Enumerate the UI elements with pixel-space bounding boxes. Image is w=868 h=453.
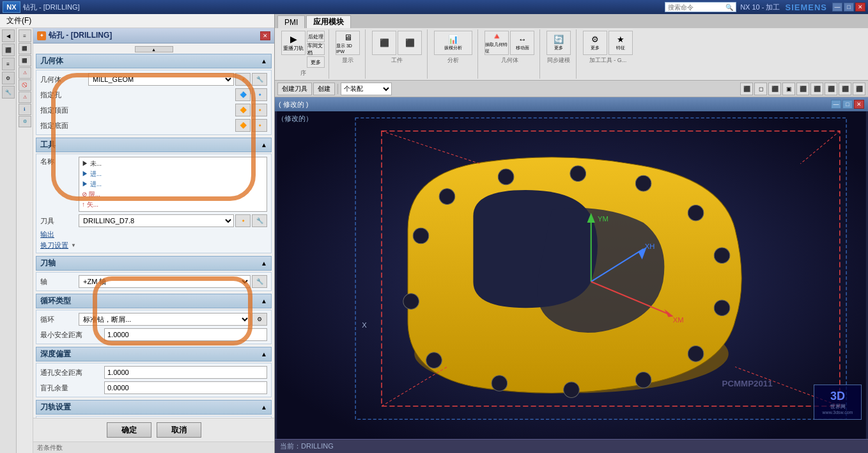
specify-top-btn-2[interactable]: 🔸 bbox=[252, 104, 267, 116]
feature-btn[interactable]: ★ 特征 bbox=[608, 31, 633, 55]
ribbon-group-analysis: 📊 拔模分析 分析 bbox=[429, 29, 478, 79]
vp-close-btn[interactable]: ✕ bbox=[854, 100, 864, 109]
more-btn-1[interactable]: 更多 bbox=[307, 56, 325, 68]
tree-icon-4[interactable]: ⚠ bbox=[19, 67, 31, 79]
specify-bottom-btn-2[interactable]: 🔸 bbox=[252, 119, 267, 132]
workpiece-btn-1[interactable]: ⬛ bbox=[372, 31, 396, 55]
condition-label: 若条件数 bbox=[37, 443, 63, 452]
tree-item-2[interactable]: ▶ 进... bbox=[81, 169, 265, 179]
min-safe-label: 最小安全距离 bbox=[40, 330, 104, 340]
sync-btn[interactable]: 🔄 更多 bbox=[546, 31, 571, 55]
tree-icon-2[interactable]: ⬛ bbox=[19, 43, 31, 54]
blind-input[interactable] bbox=[104, 381, 267, 394]
tool-edit-btn[interactable]: 🔸 bbox=[235, 214, 251, 227]
tree-icon-8[interactable]: ⚙ bbox=[19, 116, 31, 127]
tb2-btn-2[interactable]: ◻ bbox=[754, 83, 767, 95]
tb2-btn-5[interactable]: ⬛ bbox=[796, 83, 809, 95]
minimize-btn[interactable]: — bbox=[832, 3, 842, 12]
cycle-section-header[interactable]: 循环类型 ▲ bbox=[36, 294, 272, 308]
tab-pmi[interactable]: PMI bbox=[277, 15, 305, 28]
close-btn[interactable]: ✕ bbox=[855, 3, 865, 12]
scroll-up-btn[interactable]: ▲ bbox=[36, 46, 272, 52]
ribbon-group-geometry: 🔺 抽取几何特征 ↔ 移动面 几何体 bbox=[479, 29, 540, 79]
cancel-button[interactable]: 取消 bbox=[157, 422, 201, 438]
icon-btn-5[interactable]: 🔧 bbox=[2, 86, 15, 99]
tb2-btn-7[interactable]: ⬛ bbox=[825, 83, 837, 95]
dialog-close-btn[interactable]: ✕ bbox=[260, 31, 270, 40]
restore-btn[interactable]: □ bbox=[844, 3, 854, 12]
assembly-select[interactable]: 个装配 bbox=[341, 83, 392, 95]
geom-btn-1[interactable]: 🔸 bbox=[235, 73, 251, 86]
name-tree[interactable]: ▶ 未... ▶ 进... ▶ 进... ⊘ 限... ↑ 矢... bbox=[79, 157, 267, 212]
specify-bottom-btn-1[interactable]: 🔶 bbox=[235, 119, 251, 132]
tree-icon-3[interactable]: ⬛ bbox=[19, 55, 31, 67]
extract-geom-btn[interactable]: 🔺 抽取几何特征 bbox=[484, 31, 509, 55]
geom-btn-2[interactable]: 🔧 bbox=[252, 73, 267, 86]
tb2-btn-3[interactable]: ⬛ bbox=[768, 83, 781, 95]
vp-restore-btn[interactable]: □ bbox=[842, 100, 853, 109]
tree-item-1[interactable]: ▶ 未... bbox=[81, 159, 265, 169]
ribbon-content: ▶ 重播刀轨 后处理 车间文档 更多 序 bbox=[275, 28, 868, 80]
tree-icon-7[interactable]: ℹ bbox=[19, 104, 31, 115]
tab-modules[interactable]: 应用模块 bbox=[306, 15, 351, 28]
tool-select[interactable]: DRILLING_D7.8 bbox=[79, 214, 234, 227]
draft-analysis-btn[interactable]: 📊 拔模分析 bbox=[434, 31, 472, 55]
replay-toolpath-btn[interactable]: ▶ 重播刀轨 bbox=[281, 31, 306, 55]
postprocess-btn[interactable]: 后处理 bbox=[307, 31, 325, 42]
axis-select[interactable]: +ZM 轴 bbox=[79, 275, 251, 288]
toolbar2-btn-create-op[interactable]: 创建 bbox=[313, 83, 335, 95]
cycle-select[interactable]: 标准钻，断屑... bbox=[79, 313, 251, 326]
cycle-btn[interactable]: ⚙ bbox=[252, 313, 267, 326]
tb2-btn-4[interactable]: ▣ bbox=[782, 83, 795, 95]
geom-select[interactable]: MILL_GEOM bbox=[88, 73, 234, 86]
switch-row: 换刀设置 ▼ bbox=[40, 241, 267, 250]
toolpath-section-header[interactable]: 刀轨设置 ▲ bbox=[36, 400, 272, 415]
specify-top-btn-1[interactable]: 🔶 bbox=[235, 104, 251, 116]
icon-btn-2[interactable]: ⬛ bbox=[2, 44, 15, 56]
ipw-btn[interactable]: 🖥 显示 3D IPW bbox=[336, 31, 360, 55]
search-input[interactable] bbox=[668, 4, 725, 11]
cycle-section-body: 循环 标准钻，断屑... ⚙ 最小安全距离 bbox=[36, 310, 272, 344]
group-label-sync: 同步建模 bbox=[547, 56, 570, 65]
vp-minimize-btn[interactable]: — bbox=[831, 100, 841, 109]
tree-item-4[interactable]: ⊘ 限... bbox=[81, 189, 265, 200]
min-safe-input[interactable] bbox=[104, 328, 267, 341]
tb2-btn-6[interactable]: ⬛ bbox=[810, 83, 823, 95]
tree-item-3[interactable]: ▶ 进... bbox=[81, 179, 265, 189]
specify-hole-btn-2[interactable]: 🔹 bbox=[252, 88, 267, 101]
tree-icon-6[interactable]: ⚠ bbox=[19, 91, 31, 103]
tb2-btn-1[interactable]: ⬛ bbox=[740, 83, 753, 95]
toolbar2-btn-create-tool[interactable]: 创建刀具 bbox=[277, 83, 312, 95]
3d-logo: 3D 世界网 www.3dsw.com bbox=[814, 385, 862, 420]
icon-btn-1[interactable]: ◀ bbox=[2, 29, 15, 42]
depth-section-header[interactable]: 深度偏置 ▲ bbox=[36, 347, 272, 362]
tool-chevron: ▲ bbox=[261, 141, 267, 148]
specify-hole-label: 指定孔 bbox=[40, 90, 235, 100]
tb2-btn-8[interactable]: ⬛ bbox=[839, 83, 851, 95]
thru-input[interactable] bbox=[104, 366, 267, 379]
specify-hole-btn-1[interactable]: 🔷 bbox=[235, 88, 251, 101]
tree-icon-1[interactable]: ≡ bbox=[19, 29, 31, 42]
icon-btn-4[interactable]: ⚙ bbox=[2, 72, 15, 84]
icon-btn-3[interactable]: ≡ bbox=[2, 58, 15, 70]
search-area: 🔍 bbox=[665, 2, 736, 12]
tool-add-btn[interactable]: 🔧 bbox=[252, 214, 267, 227]
left-icon-strip-2: ≡ ⬛ ⬛ ⚠ 🚫 ⚠ ℹ ⚙ bbox=[17, 28, 33, 453]
tb2-btn-9[interactable]: ⬛ bbox=[853, 83, 865, 95]
tool-section-header[interactable]: 工具 ▲ bbox=[36, 138, 272, 152]
tree-item-5[interactable]: ↑ 矢... bbox=[81, 200, 265, 210]
geometry-section-header[interactable]: 几何体 ▲ bbox=[36, 54, 272, 68]
workpiece-btn-2[interactable]: ⬛ bbox=[398, 31, 422, 55]
workshop-doc-btn[interactable]: 车间文档 bbox=[307, 44, 325, 55]
move-face-btn[interactable]: ↔ 移动面 bbox=[510, 31, 534, 55]
svg-point-8 bbox=[635, 175, 651, 191]
ok-button[interactable]: 确定 bbox=[107, 422, 151, 438]
axis-btn[interactable]: 🔧 bbox=[252, 275, 267, 288]
tool-select-row: 刀具 DRILLING_D7.8 🔸 🔧 bbox=[40, 214, 267, 227]
tree-icon-5[interactable]: 🚫 bbox=[19, 79, 31, 91]
more-tools-btn[interactable]: ⚙ 更多 bbox=[583, 31, 607, 55]
nx-icon: NX bbox=[3, 1, 20, 13]
menu-item-file[interactable]: 文件(F) bbox=[1, 14, 36, 28]
axis-section-header[interactable]: 刀轴 ▲ bbox=[36, 256, 272, 271]
group-label-workpiece: 工件 bbox=[391, 56, 403, 65]
